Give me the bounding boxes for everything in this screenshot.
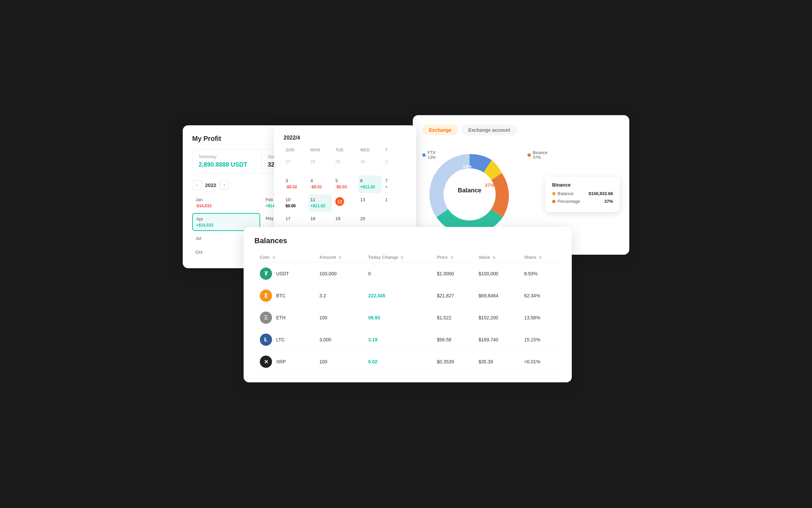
day-wed: WED (358, 146, 382, 154)
calendar-year: 2022 (205, 182, 216, 188)
change-cell: 0.02 (363, 351, 431, 373)
day-tue: TUE (333, 146, 357, 154)
prev-year-button[interactable]: ‹ (192, 180, 202, 190)
cal-day[interactable]: 13 (358, 194, 382, 212)
next-year-button[interactable]: › (220, 180, 229, 190)
ftx-label-text: FTX (428, 150, 436, 155)
chart-37-label: 37% (485, 183, 494, 188)
share-cell: 62.34% (519, 285, 561, 307)
coin-icon-xrp: ✕ (260, 356, 272, 368)
price-cell: $0.3539 (431, 351, 473, 373)
value-cell: $152,200 (473, 307, 519, 329)
header-row: Coin ⇅Amount ⇅Today Change ⇅Price ⇅Value… (254, 252, 561, 263)
coin-cell: Ł LTC (254, 329, 314, 351)
coin-name: LTC (276, 337, 285, 342)
cal-day[interactable]: 3 -$0.02 (284, 175, 307, 193)
tooltip-dot (552, 200, 556, 203)
table-row: Ξ ETH 100 59.93 $1,522 $152,200 13.58% (254, 307, 561, 329)
change-cell: 59.93 (363, 307, 431, 329)
tooltip-row: Balance $150,932.66 (552, 191, 613, 196)
cal-grid: 27 28 29 30 3 3 -$0.02 (284, 156, 407, 231)
price-cell: $1.0000 (431, 263, 473, 285)
chart-13-label: 13% (463, 164, 472, 169)
cal-day[interactable]: 5 -$0.03 (333, 175, 357, 193)
coin-cell: Ξ ETH (254, 307, 314, 329)
exchange-tab-exchange[interactable]: Exchange (422, 125, 458, 135)
table-row: ✕ XRP 100 0.02 $0.3539 $35.39 <0.01% (254, 351, 561, 373)
exchange-tabs: Exchange Exchange account (422, 125, 620, 135)
price-cell: $56.58 (431, 329, 473, 351)
value-cell: $69,8464 (473, 285, 519, 307)
binance-dot (527, 153, 531, 157)
ftx-pct: 13% (428, 155, 436, 160)
coin-cell: ₮ USDT (254, 263, 314, 285)
balances-thead: Coin ⇅Amount ⇅Today Change ⇅Price ⇅Value… (254, 252, 561, 263)
cal-day[interactable]: 11 +$11.02 (309, 194, 332, 212)
exchange-tab-account[interactable]: Exchange account (461, 125, 517, 135)
exchange-tooltip: Binance Balance $150,932.66 Percentage 3… (545, 177, 620, 212)
col-header-price[interactable]: Price ⇅ (431, 252, 473, 263)
binance-legend: Binance 37% (527, 150, 547, 160)
yesterday-block: Yesterday 2,890.8888 USDT (193, 150, 262, 173)
value-cell: $169,740 (473, 329, 519, 351)
coin-cell: ✕ XRP (254, 351, 314, 373)
day-header-row: SUN MON TUE WED T (284, 146, 407, 154)
binance-legend-text: Binance 37% (533, 150, 547, 160)
cal-day[interactable]: 7 + (383, 175, 407, 193)
amount-cell: 100 (314, 307, 363, 329)
col-header-today-change[interactable]: Today Change ⇅ (363, 252, 431, 263)
svg-text:Balance: Balance (458, 187, 481, 194)
coin-icon-eth: Ξ (260, 312, 272, 324)
change-cell: 0 (363, 263, 431, 285)
tooltip-dot (552, 192, 556, 195)
cal-day[interactable]: 10 $0.00 (284, 194, 307, 212)
tooltip-title: Binance (552, 182, 613, 188)
col-header-amount[interactable]: Amount ⇅ (314, 252, 363, 263)
coin-name: XRP (276, 359, 286, 364)
price-cell: $1,522 (431, 307, 473, 329)
amount-cell: 100 (314, 351, 363, 373)
balances-table: Coin ⇅Amount ⇅Today Change ⇅Price ⇅Value… (254, 252, 561, 373)
cal-day[interactable]: 3 (383, 156, 407, 174)
balances-card: Balances Coin ⇅Amount ⇅Today Change ⇅Pri… (244, 227, 572, 382)
tooltip-label: Percentage (558, 199, 580, 204)
cal-day[interactable]: 27 (284, 156, 307, 174)
month-cell-jan[interactable]: Jan -$14,533 (192, 194, 260, 211)
amount-cell: 3.2 (314, 285, 363, 307)
amount-cell: 3,000 (314, 329, 363, 351)
cal-day[interactable]: 12 (333, 194, 357, 212)
col-header-value[interactable]: Value ⇅ (473, 252, 519, 263)
ftx-dot (422, 153, 426, 157)
col-header-share[interactable]: Share ⇅ (519, 252, 561, 263)
cal-day[interactable]: 30 (358, 156, 382, 174)
table-row: Ł LTC 3,000 3.19 $56.58 $169,740 15.15% (254, 329, 561, 351)
cal-day[interactable]: 29 (333, 156, 357, 174)
yesterday-value: 2,890.8888 USDT (199, 161, 255, 168)
tooltip-rows: Balance $150,932.66 Percentage 37% (552, 191, 613, 204)
svg-point-0 (444, 168, 496, 220)
cal-day[interactable]: 1 (383, 194, 407, 212)
calendar-panel: 2022/4 SUN MON TUE WED T 27 28 29 30 (274, 125, 416, 240)
table-row: ₮ USDT 100,000 0 $1.0000 $100,000 8.93% (254, 263, 561, 285)
tooltip-value: $150,932.66 (589, 191, 613, 196)
sort-icon: ⇅ (401, 256, 403, 259)
share-cell: 8.93% (519, 263, 561, 285)
cal-day[interactable]: 6 +$11.02 (358, 175, 382, 193)
day-mon: MON (309, 146, 332, 154)
coin-cell: ₿ BTC (254, 285, 314, 307)
day-sun: SUN (284, 146, 307, 154)
coin-icon-usdt: ₮ (260, 268, 272, 280)
sort-icon: ⇅ (339, 256, 341, 259)
yesterday-label: Yesterday (199, 154, 255, 159)
balances-tbody: ₮ USDT 100,000 0 $1.0000 $100,000 8.93% … (254, 263, 561, 373)
col-header-coin[interactable]: Coin ⇅ (254, 252, 314, 263)
main-container: My Profit Yesterday 2,890.8888 USDT Stat… (183, 115, 629, 393)
cal-day[interactable]: 28 (309, 156, 332, 174)
table-row: ₿ BTC 3.2 222.345 $21,827 $69,8464 62.34… (254, 285, 561, 307)
day-thu: T (383, 146, 407, 154)
sort-icon: ⇅ (539, 256, 542, 259)
balances-title: Balances (254, 236, 561, 245)
cal-day[interactable]: 4 -$0.01 (309, 175, 332, 193)
share-cell: <0.01% (519, 351, 561, 373)
change-cell: 222.345 (363, 285, 431, 307)
